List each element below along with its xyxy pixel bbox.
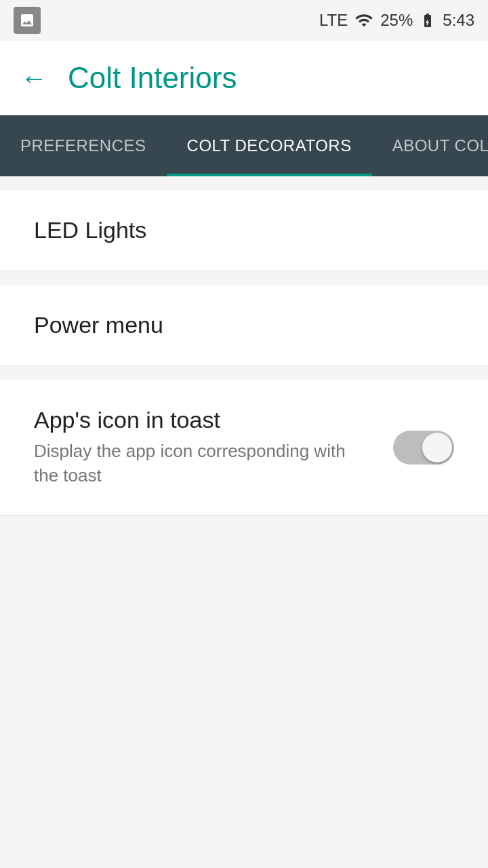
status-bar-left xyxy=(14,7,41,34)
lte-indicator: LTE xyxy=(319,11,348,30)
battery-charging-icon xyxy=(420,12,436,28)
list-item-power-menu[interactable]: Power menu xyxy=(0,285,488,366)
led-lights-title: LED Lights xyxy=(34,217,146,243)
tab-colt-decorators[interactable]: COLT DECORATORS xyxy=(167,115,372,176)
app-bar-title: Colt Interiors xyxy=(68,61,237,95)
app-bar: ← Colt Interiors xyxy=(0,41,488,115)
toggle-thumb xyxy=(422,433,452,462)
section-divider-top xyxy=(0,176,488,190)
power-menu-title: Power menu xyxy=(34,312,163,338)
status-bar: LTE 25% 5:43 xyxy=(0,0,488,41)
photo-icon xyxy=(14,7,41,34)
clock: 5:43 xyxy=(443,11,474,30)
battery-percent: 25% xyxy=(380,11,413,30)
section-divider-1 xyxy=(0,271,488,285)
tab-bar: PREFERENCES COLT DECORATORS ABOUT COLTOS xyxy=(0,115,488,176)
tab-preferences[interactable]: PREFERENCES xyxy=(0,115,167,176)
status-icons: LTE 25% 5:43 xyxy=(319,11,474,30)
list-item-led-lights[interactable]: LED Lights xyxy=(0,190,488,271)
app-icon-toast-title: App's icon in toast xyxy=(34,407,373,433)
content-area: LED Lights Power menu App's icon in toas… xyxy=(0,176,488,516)
app-icon-toast-text: App's icon in toast Display the app icon… xyxy=(34,407,393,488)
app-icon-toast-toggle[interactable] xyxy=(393,431,454,465)
section-divider-2 xyxy=(0,366,488,380)
back-button[interactable]: ← xyxy=(20,64,47,92)
list-item-app-icon-toast[interactable]: App's icon in toast Display the app icon… xyxy=(0,380,488,516)
tab-about[interactable]: ABOUT COLTOS xyxy=(372,115,488,176)
app-icon-toast-subtitle: Display the app icon corresponding with … xyxy=(34,439,373,488)
signal-icon xyxy=(354,11,373,30)
